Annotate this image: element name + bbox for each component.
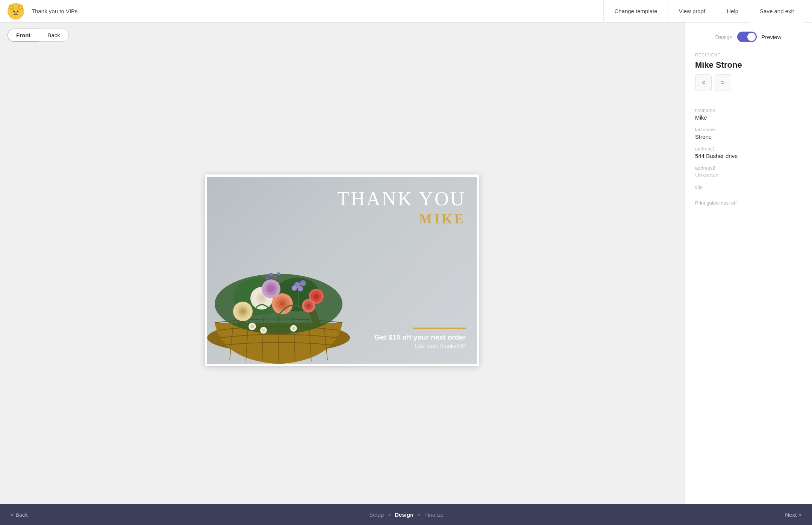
offer-code: Use code thanksVIP <box>374 343 466 349</box>
svg-point-55 <box>277 272 280 275</box>
postcard: THANK YOU MIKE Get $10 off your next ord… <box>205 174 479 366</box>
svg-point-31 <box>241 310 245 313</box>
breadcrumb: Setup > Design > Finalize <box>369 511 444 518</box>
offer-text: Get $10 off your next order <box>374 332 466 343</box>
svg-point-47 <box>250 325 254 328</box>
svg-point-8 <box>14 12 17 14</box>
city-field: city <box>695 184 801 191</box>
svg-point-34 <box>267 285 275 293</box>
preview-label: Preview <box>761 34 781 40</box>
logo-icon <box>8 3 24 20</box>
design-preview-toggle: Design Preview <box>695 32 801 42</box>
svg-point-52 <box>265 275 270 280</box>
front-back-toggle: Front Back <box>0 23 684 48</box>
breadcrumb-setup: Setup <box>369 511 384 518</box>
breadcrumb-sep-2: > <box>417 511 421 518</box>
svg-point-7 <box>17 11 18 12</box>
next-recipient-button[interactable]: > <box>715 74 731 91</box>
svg-point-42 <box>314 294 319 299</box>
svg-point-37 <box>298 286 303 291</box>
lastname-label: lastname <box>695 127 801 132</box>
address1-value: 544 Busher drive <box>695 153 801 159</box>
next-button[interactable]: Next > <box>785 511 801 518</box>
breadcrumb-design: Design <box>395 511 414 518</box>
city-label: city <box>695 184 801 190</box>
lastname-value: Strone <box>695 134 801 140</box>
help-button[interactable]: Help <box>716 0 749 23</box>
change-template-button[interactable]: Change template <box>603 0 668 23</box>
recipient-section: RECIPIENT Mike Strone < > <box>695 53 801 100</box>
svg-point-23 <box>259 295 265 301</box>
save-exit-button[interactable]: Save and exit <box>749 0 804 23</box>
bottom-bar: < Back Setup > Design > Finalize Next > <box>0 504 812 525</box>
back-button[interactable]: < Back <box>11 511 28 518</box>
prev-recipient-button[interactable]: < <box>695 74 712 91</box>
svg-point-54 <box>273 275 277 279</box>
address1-field: address1 544 Busher drive <box>695 146 801 159</box>
front-button[interactable]: Front <box>8 29 39 42</box>
recipient-nav-arrows: < > <box>695 74 801 91</box>
design-label: Design <box>715 34 733 40</box>
right-panel: Design Preview RECIPIENT Mike Strone < >… <box>684 23 812 504</box>
address2-field: address2 Unknown <box>695 165 801 178</box>
svg-point-3 <box>10 6 13 9</box>
recipient-name: Mike Strone <box>695 60 801 70</box>
recipient-section-label: RECIPIENT <box>695 53 801 57</box>
svg-point-6 <box>13 11 15 12</box>
firstname-value: Mike <box>695 114 801 121</box>
thank-you-text: THANK YOU <box>337 188 466 209</box>
lastname-field: lastname Strone <box>695 127 801 140</box>
svg-point-49 <box>262 329 265 332</box>
svg-point-27 <box>280 302 285 306</box>
yellow-divider <box>413 328 466 329</box>
address2-value: Unknown <box>695 172 801 178</box>
left-panel: Front Back <box>0 23 684 504</box>
svg-point-45 <box>306 303 311 308</box>
firstname-label: firstname <box>695 108 801 113</box>
breadcrumb-sep-1: > <box>388 511 391 518</box>
back-label: < Back <box>11 511 28 518</box>
svg-point-38 <box>292 285 297 291</box>
firstname-field: firstname Mike <box>695 108 801 121</box>
address1-label: address1 <box>695 146 801 152</box>
postcard-thank-you-area: THANK YOU MIKE <box>337 188 466 227</box>
view-proof-button[interactable]: View proof <box>668 0 716 23</box>
postcard-image: THANK YOU MIKE Get $10 off your next ord… <box>207 177 477 364</box>
svg-point-4 <box>19 6 22 9</box>
header: Thank you to VIPs Change template View p… <box>0 0 812 23</box>
svg-point-36 <box>300 280 306 286</box>
card-preview-area: THANK YOU MIKE Get $10 off your next ord… <box>0 48 684 504</box>
breadcrumb-finalize: Finalize <box>424 511 444 518</box>
svg-point-51 <box>292 327 295 330</box>
preview-toggle-switch[interactable] <box>737 32 757 42</box>
print-guidelines: Print guidelines: off <box>695 200 801 206</box>
svg-point-53 <box>269 273 273 276</box>
address2-label: address2 <box>695 165 801 171</box>
toggle-knob <box>747 33 756 41</box>
postcard-offer-area: Get $10 off your next order Use code tha… <box>374 328 466 349</box>
back-button[interactable]: Back <box>39 29 68 42</box>
next-label: Next > <box>785 511 801 518</box>
header-nav: Change template View proof Help Save and… <box>603 0 804 23</box>
page-title: Thank you to VIPs <box>32 8 596 14</box>
recipient-name-text: MIKE <box>337 211 466 227</box>
main-content: Front Back <box>0 23 812 504</box>
